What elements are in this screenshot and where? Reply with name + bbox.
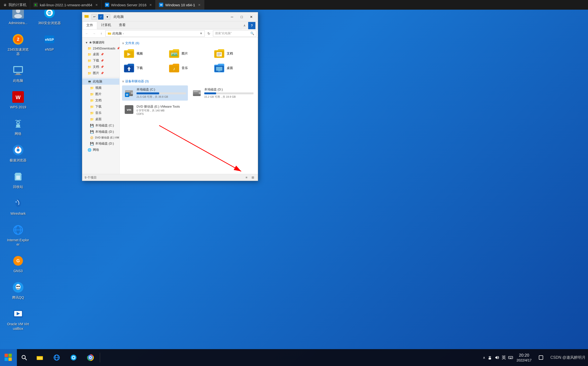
vm-tab-windows-server[interactable]: W Windows Server 2016 ✕ xyxy=(102,0,156,10)
view-grid-button[interactable]: ⊞ xyxy=(250,175,256,180)
vm-tab-server-close[interactable]: ✕ xyxy=(149,3,152,7)
view-list-button[interactable]: ≡ xyxy=(244,175,249,180)
sidebar-drive-icon: 💾 xyxy=(90,124,94,127)
dvd-drive-item[interactable]: vm DVD 驱动器 (E:) VMware Tools 0 字节可用，共 14… xyxy=(122,103,188,117)
sidebar-item-desktop[interactable]: 📁 桌面 📌 xyxy=(82,51,119,57)
ribbon-tab-file[interactable]: 文件 xyxy=(82,22,97,29)
desktop-icon-wireshark[interactable]: Wireshark xyxy=(5,195,31,217)
desktop-icon-2345browser-label: 2345加速浏览器 xyxy=(6,47,30,56)
desktop-icon-computer[interactable]: 此电脑 xyxy=(5,62,31,84)
folder-item-music[interactable]: ♪ 音乐 xyxy=(167,62,210,74)
tray-lang[interactable]: 英 xyxy=(502,355,506,360)
desktop-icon-qq[interactable]: 腾讯QQ xyxy=(5,279,31,301)
sidebar-item-documents2[interactable]: 📁 文档 xyxy=(82,97,119,104)
desktop-icon-vbox[interactable]: Oracle VM VirtualBox xyxy=(5,306,31,332)
address-dropdown[interactable]: ▼ xyxy=(199,32,203,35)
sidebar-item-network[interactable]: 🌐 网络 xyxy=(82,147,119,153)
svg-text:360: 360 xyxy=(47,12,52,14)
sidebar-item-dvd[interactable]: 📀 DVD 驱动器 (E:) VM xyxy=(82,135,119,140)
explorer-window: ↩ ✓ ▼ 此电脑 ─ □ ✕ 文件 计算机 查看 ∧ ? xyxy=(82,12,258,181)
folder-item-documents[interactable]: 文档 xyxy=(212,47,256,60)
drive-item-c[interactable]: W 本地磁盘 (C:) 21.5 GB 可用，共 39.8 GB xyxy=(122,85,188,101)
titlebar-quick-access: ↩ ✓ ▼ xyxy=(91,14,110,20)
taskbar-chrome-button[interactable] xyxy=(82,349,99,366)
titlebar-qa-btn-2[interactable]: ✓ xyxy=(98,14,104,20)
svg-rect-106 xyxy=(512,357,512,358)
sidebar-item-pictures2[interactable]: 📁 图片 xyxy=(82,91,119,97)
taskbar-ie-button[interactable]: e xyxy=(48,349,65,366)
sidebar-item-documents[interactable]: 📁 文档 📌 xyxy=(82,64,119,70)
statusbar-count: 9 个项目 xyxy=(85,175,97,180)
sidebar-item-drive-d[interactable]: 💾 本地磁盘 (D:) xyxy=(82,129,119,135)
folders-toggle[interactable]: ∨ xyxy=(122,41,124,45)
sidebar-item-2345downloads[interactable]: 📁 2345Downloads 📌 xyxy=(82,46,119,51)
sidebar-drive-icon: 💾 xyxy=(90,142,94,145)
sidebar-item-downloads2[interactable]: 📁 下载 xyxy=(82,104,119,110)
svg-point-34 xyxy=(18,286,20,287)
desktop-icon-ensp[interactable]: eNSP eNSP xyxy=(36,31,63,53)
titlebar-qa-btn-1[interactable]: ↩ xyxy=(91,14,97,20)
window-maximize-button[interactable]: □ xyxy=(237,13,246,21)
sidebar-item-videos[interactable]: 📁 视频 xyxy=(82,85,119,91)
taskbar: e xyxy=(0,349,588,366)
sidebar-folder-icon: 📁 xyxy=(90,92,94,96)
desktop-icon-recycle[interactable]: 回收站 xyxy=(5,169,31,190)
desktop-icon-recycle-label: 回收站 xyxy=(13,184,23,189)
taskbar-search-button[interactable] xyxy=(17,349,31,366)
folder-item-pictures[interactable]: 图片 xyxy=(167,47,210,60)
sidebar-item-desktop2[interactable]: 📁 桌面 xyxy=(82,116,119,122)
folder-item-desktop[interactable]: 桌面 xyxy=(212,62,256,74)
sidebar-item-downloads[interactable]: 📁 下载 📌 xyxy=(82,57,119,64)
svg-text:♪: ♪ xyxy=(173,66,175,71)
tray-chevron[interactable]: ∧ xyxy=(483,356,485,359)
address-path[interactable]: 此电脑 › ▼ xyxy=(106,30,205,37)
svg-point-75 xyxy=(199,92,201,94)
folder-music-icon: ♪ xyxy=(169,64,179,72)
vm-tab-kali[interactable]: K kali-linux-2022.1-vmware-amd64 ✕ xyxy=(30,0,102,10)
desktop-icon-ie[interactable]: e Internet Explorer xyxy=(5,222,31,248)
start-button[interactable] xyxy=(0,349,17,366)
svg-rect-46 xyxy=(85,15,88,17)
explorer-statusbar: 9 个项目 ≡ ⊞ xyxy=(82,174,258,181)
taskbar-fileexplorer-button[interactable] xyxy=(31,349,48,366)
sidebar-item-drive-d2[interactable]: 💾 本地磁盘 (D:) xyxy=(82,140,119,147)
window-close-button[interactable]: ✕ xyxy=(247,13,256,21)
titlebar-qa-btn-3[interactable]: ▼ xyxy=(105,14,110,20)
desktop-icon-network[interactable]: 网络 xyxy=(5,115,31,137)
ribbon-tab-view[interactable]: 查看 xyxy=(115,22,129,29)
sidebar-item-music[interactable]: 📁 音乐 xyxy=(82,110,119,116)
ribbon-help-button[interactable]: ? xyxy=(248,22,256,29)
sidebar-item-pictures[interactable]: 📁 图片 📌 xyxy=(82,70,119,76)
sidebar-item-drive-c[interactable]: 💾 本地磁盘 (C:) xyxy=(82,122,119,129)
address-refresh-button[interactable]: ↻ xyxy=(206,30,212,37)
vm-tab-win10-close[interactable]: ✕ xyxy=(198,3,201,7)
vm-tab-my-computer[interactable]: 🖥 我的计算机 xyxy=(0,0,30,10)
nav-up-button[interactable]: ↑ xyxy=(98,30,105,37)
vm-tab-kali-close[interactable]: ✕ xyxy=(95,3,98,7)
desktop-icon-2345browser[interactable]: 2 2345加速浏览器 xyxy=(5,31,31,57)
sidebar-item-this-pc[interactable]: 💻 此电脑 xyxy=(82,78,119,85)
ribbon-tab-computer[interactable]: 计算机 xyxy=(97,22,115,29)
devices-toggle[interactable]: ∨ xyxy=(122,80,124,83)
taskbar-clock[interactable]: 20:20 2022/4/17 xyxy=(517,353,532,362)
desktop-icon-wps-label: WPS 2019 xyxy=(10,105,26,109)
folder-item-downloads[interactable]: 下载 xyxy=(122,62,165,74)
nav-forward-button[interactable]: → xyxy=(91,30,97,37)
sidebar-folder-icon: 📁 xyxy=(90,105,94,109)
svg-rect-104 xyxy=(510,357,510,358)
folder-item-video[interactable]: 视频 xyxy=(122,47,165,60)
desktop-icon-fastbrowser[interactable]: 极速浏览器 xyxy=(5,142,31,164)
nav-back-button[interactable]: ← xyxy=(84,30,90,37)
desktop-icon-wps[interactable]: W WPS 2019 xyxy=(5,89,31,111)
360-icon xyxy=(70,354,77,361)
window-minimize-button[interactable]: ─ xyxy=(227,13,237,21)
svg-marker-101 xyxy=(495,356,497,359)
taskbar-360-button[interactable] xyxy=(65,349,82,366)
desktop-icon-gns3[interactable]: G GNS3 xyxy=(5,253,31,274)
taskbar-notification-button[interactable] xyxy=(535,349,547,366)
vm-tab-windows10[interactable]: W Windows 10 x64-1 ✕ xyxy=(156,0,204,10)
chrome-icon xyxy=(87,354,94,361)
explorer-body: ▼ ★ 快速访问 📁 2345Downloads 📌 📁 桌面 📌 📁 下载 📌 xyxy=(82,38,258,174)
search-box[interactable]: 搜索"此电脑" 🔍 xyxy=(213,30,256,37)
drive-item-d[interactable]: 本地磁盘 (D:) 15.2 GB 可用，共 19.9 GB xyxy=(190,85,256,101)
